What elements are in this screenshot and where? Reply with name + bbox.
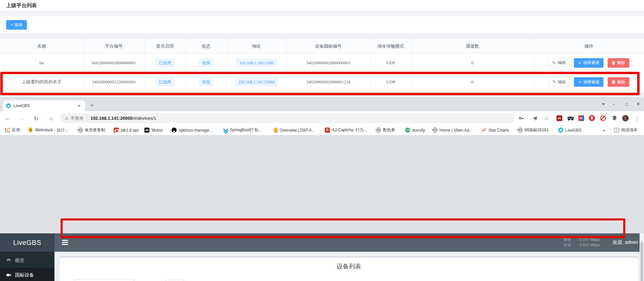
- col-transport: 信令传输模式: [370, 39, 411, 53]
- status-badge: 在线: [199, 78, 213, 86]
- sidebar-toggle-icon[interactable]: [62, 240, 68, 245]
- screen: 上级平台列表 +添加 名称 平台编号 是否启用 状态 地址 设备国标编号 信令传…: [0, 0, 644, 281]
- extension-fe-icon[interactable]: FE: [577, 114, 585, 122]
- browser-tab-livegbs[interactable]: LiveGBS ×: [3, 100, 85, 111]
- window-minimize-button[interactable]: −: [609, 99, 619, 109]
- bookmark-colors[interactable]: 配色表: [374, 125, 397, 135]
- online-filter-select[interactable]: 全部: [165, 280, 184, 281]
- bookmark-motrix[interactable]: Motrix: [143, 125, 164, 135]
- chart-line-icon: [481, 128, 486, 133]
- cell-gb-id: 34020000002000000001: [286, 53, 370, 72]
- select-channel-button[interactable]: ≺选择通道: [574, 77, 603, 87]
- extension-js-icon[interactable]: JS: [555, 114, 564, 122]
- extension-incognito-icon[interactable]: [566, 114, 575, 122]
- bookmark-docsify[interactable]: docsify: [404, 125, 426, 135]
- vertical-scrollbar[interactable]: [640, 233, 644, 281]
- back-button[interactable]: ←: [3, 114, 12, 123]
- delete-button[interactable]: 删除: [608, 58, 629, 68]
- livegbs-icon: [558, 128, 563, 133]
- bookmark-optimus[interactable]: optimus-manage...: [170, 125, 214, 135]
- delete-button[interactable]: 删除: [608, 77, 629, 87]
- extensions-puzzle-icon[interactable]: [610, 114, 619, 122]
- bookmark-apps[interactable]: 应用: [3, 125, 21, 135]
- address-bar[interactable]: ⚠ 不安全 192.168.1.141:20000 /#/devices/1: [60, 113, 515, 123]
- camera-icon: [6, 272, 11, 278]
- bookmark-copy[interactable]: 免登录复制: [76, 125, 107, 135]
- col-enabled: 是否启用: [144, 39, 186, 53]
- tab-search-icon[interactable]: [598, 99, 609, 109]
- platform-title-bar: 上级平台列表: [0, 0, 644, 11]
- url-host: 192.168.1.141:20000: [91, 116, 133, 121]
- globe-icon: [78, 128, 83, 133]
- bookmark-star-charts[interactable]: Star Charts: [480, 125, 511, 135]
- pencil-icon: ✎: [552, 80, 556, 84]
- col-name: 名称: [0, 39, 83, 53]
- send-icon[interactable]: [530, 114, 539, 122]
- cell-channels: 0: [411, 72, 534, 92]
- platform-row-1: lin 66620000002000000001 已启用 在线 192.168.…: [0, 53, 644, 72]
- col-platform-id: 平台编号: [83, 39, 144, 53]
- cell-platform-id: 34020000002220000001: [83, 72, 144, 92]
- home-button[interactable]: ⌂: [46, 114, 56, 123]
- bookmarks-overflow-icon[interactable]: »: [602, 125, 605, 135]
- window-maximize-button[interactable]: □: [622, 99, 632, 109]
- reading-list-icon: [614, 128, 619, 132]
- app-header-bar: 接收 ↑ ：0.037 Mbps 发送 ↓ ：0.021 Mbps 欢迎, ad…: [54, 233, 644, 252]
- chevrons-icon: [223, 128, 228, 133]
- share-icon: ≺: [578, 80, 581, 84]
- tab-close-icon[interactable]: ×: [77, 103, 82, 109]
- sidebar-item-overview[interactable]: 概览: [0, 253, 54, 268]
- device-list-title: 设备列表: [60, 262, 638, 270]
- github-icon: [172, 128, 177, 133]
- bookmark-webstack[interactable]: Webstack - 设计...: [27, 125, 69, 135]
- bookmark-gb28181[interactable]: 66国标28181: [516, 125, 550, 135]
- cell-transport: UDP: [370, 72, 411, 92]
- main-content: 设备列表 搜索 在线状态 全部 设备国标编号 名称 信令传输 流传输模式 通道数…: [54, 252, 644, 281]
- search-label: 搜索: [65, 279, 74, 281]
- welcome-user[interactable]: 欢迎, admin: [613, 233, 638, 252]
- vertical-scrollbar-thumb[interactable]: [640, 242, 643, 281]
- new-tab-button[interactable]: +: [88, 102, 96, 109]
- cell-name: lin: [0, 53, 83, 72]
- bookmark-springboot[interactable]: SpringBoot打包...: [221, 125, 263, 135]
- platform-table-header: 名称 平台编号 是否启用 状态 地址 设备国标编号 信令传输模式 通道数 操作: [0, 39, 644, 53]
- extension-hand-icon[interactable]: [587, 114, 596, 122]
- key-icon[interactable]: [517, 114, 526, 122]
- cell-name: 上级看到的我的名字: [0, 72, 83, 92]
- cell-platform-id: 66620000002000000001: [83, 53, 144, 72]
- bookmark-aj-captcha[interactable]: AJ-Captcha: 行为...: [323, 125, 368, 135]
- cell-gb-id: 34020000002000001234: [286, 72, 370, 92]
- reload-button[interactable]: ↻: [31, 114, 41, 123]
- browser-menu-icon[interactable]: ⋮: [632, 114, 641, 122]
- recv-stat: 接收 ↑ ：0.037 Mbps: [563, 237, 600, 242]
- livegbs-app: LiveGBS 接收 ↑ ：0.037 Mbps 发送 ↓ ：0.021 Mbp…: [0, 233, 644, 281]
- platform-row-2: 上级看到的我的名字 34020000002220000001 已启用 在线 19…: [0, 72, 644, 92]
- tab-strip: LiveGBS × + − □ ×: [0, 98, 644, 111]
- edit-button[interactable]: ✎编辑: [548, 77, 570, 87]
- edit-button[interactable]: ✎编辑: [548, 58, 570, 68]
- bookmark-star-icon[interactable]: ☆: [542, 114, 551, 122]
- trash-icon: [612, 61, 615, 65]
- add-button[interactable]: +添加: [6, 20, 27, 30]
- cell-channels: 0: [411, 53, 534, 72]
- docsify-icon: [405, 128, 410, 133]
- platform-action-bar: +添加: [0, 16, 644, 33]
- search-input[interactable]: [75, 279, 134, 281]
- device-list-card: 设备列表 搜索 在线状态 全部 设备国标编号 名称 信令传输 流传输模式 通道数…: [60, 257, 638, 281]
- forward-button[interactable]: →: [17, 114, 27, 123]
- reading-list-button[interactable]: 阅读清单: [613, 125, 639, 135]
- brand-logo[interactable]: LiveGBS: [0, 233, 54, 252]
- security-label[interactable]: 不安全: [70, 115, 84, 121]
- bookmark-livegbs[interactable]: LiveGBS: [557, 125, 583, 135]
- share-icon: ≺: [578, 61, 581, 65]
- profile-avatar[interactable]: I: [621, 114, 630, 122]
- bookmark-vben[interactable]: Home | Vben Ad...: [431, 125, 474, 135]
- extension-blocker-icon[interactable]: [598, 114, 607, 122]
- send-stat: 发送 ↓ ：0.021 Mbps: [563, 242, 600, 248]
- bookmark-overview-jsip[interactable]: Overview (JSIP A...: [272, 125, 316, 135]
- bookmark-jdk[interactable]: jdk1.8 api: [112, 125, 140, 135]
- globe-icon: [376, 128, 381, 133]
- window-close-button[interactable]: ×: [633, 99, 643, 109]
- sidebar-item-devices[interactable]: 国标设备: [0, 268, 54, 281]
- select-channel-button[interactable]: ≺选择通道: [574, 58, 603, 68]
